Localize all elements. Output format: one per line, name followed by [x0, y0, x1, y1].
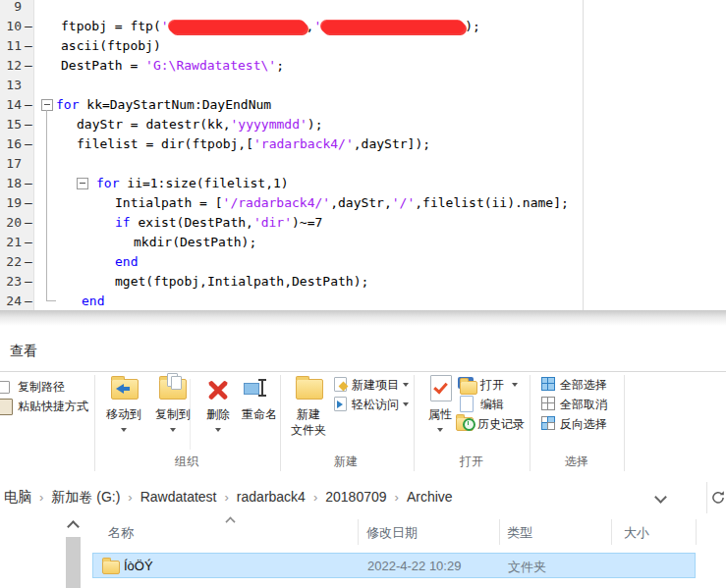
dropdown-arrow-icon	[437, 428, 443, 432]
dropdown-arrow-icon	[403, 402, 409, 406]
group-separator	[530, 375, 531, 471]
code-text: end	[115, 252, 138, 272]
column-header[interactable]: 修改日期	[366, 524, 418, 542]
column-header[interactable]: 名称	[108, 524, 134, 542]
scrollbar-thumb[interactable]	[66, 537, 81, 588]
code-fold-end-tick	[46, 300, 56, 301]
dropdown-arrow-icon	[215, 428, 221, 432]
nav-pane-scrollbar[interactable]	[65, 517, 82, 588]
file-list: 名称修改日期类型大小 ÍòÖÝ 2022-4-22 10:29 文件夹	[0, 515, 726, 588]
code-line: 19–Intialpath = ['/radarback4/',dayStr,'…	[0, 193, 726, 213]
line-number: 10	[0, 17, 22, 36]
line-number: 22	[0, 252, 22, 272]
column-header[interactable]: 类型	[507, 524, 532, 542]
editor-margin-guide	[583, 0, 584, 310]
paste-shortcut-icon	[0, 399, 13, 415]
dropdown-arrow-icon	[512, 383, 518, 387]
executable-line-dash[interactable]: –	[25, 233, 32, 252]
code-line: 17	[0, 154, 726, 174]
breadcrumb-chevron-icon[interactable]: ›	[313, 490, 317, 505]
code-text: mkdir(DestPath);	[134, 233, 256, 252]
executable-line-dash[interactable]: –	[25, 17, 32, 36]
code-text: filelist = dir(ftpobj,['radarback4/',day…	[77, 134, 430, 154]
tab-view[interactable]: 查看	[10, 343, 37, 360]
refresh-icon[interactable]	[710, 490, 726, 509]
file-row-selected[interactable]: ÍòÖÝ 2022-4-22 10:29 文件夹	[92, 553, 696, 578]
scroll-up-icon[interactable]	[67, 520, 80, 533]
fold-toggle[interactable]	[77, 178, 88, 189]
code-text: end	[82, 292, 104, 311]
line-number: 14	[0, 95, 22, 115]
line-number: 11	[0, 36, 22, 56]
code-line: 16–filelist = dir(ftpobj,['radarback4/',…	[0, 134, 726, 154]
executable-line-dash[interactable]: –	[25, 36, 32, 56]
breadcrumb-item[interactable]: Archive	[407, 489, 453, 505]
executable-line-dash[interactable]: –	[25, 95, 32, 115]
select-none-icon	[541, 397, 555, 410]
breadcrumb: 电脑›新加卷 (G:)›Rawdatatest›radarback4›20180…	[2, 489, 455, 507]
new-folder-icon	[296, 379, 323, 400]
address-bar: 电脑›新加卷 (G:)›Rawdatatest›radarback4›20180…	[0, 480, 726, 516]
group-separator	[414, 375, 415, 471]
code-text: ftpobj = ftp(',');	[61, 17, 480, 36]
file-date-modified: 2022-4-22 10:29	[367, 559, 461, 573]
matlab-editor: 910–ftpobj = ftp(',');11–ascii(ftpobj)12…	[0, 0, 726, 326]
column-separator[interactable]	[696, 519, 697, 545]
code-line: 20–if exist(DestPath,'dir')~=7	[0, 213, 726, 233]
line-number: 13	[0, 76, 22, 95]
breadcrumb-chevron-icon[interactable]: ›	[128, 490, 132, 505]
code-line: 11–ascii(ftpobj)	[0, 36, 726, 56]
code-line: 18–for ii=1:size(filelist,1)	[0, 174, 726, 193]
column-separator[interactable]	[611, 519, 612, 545]
executable-line-dash[interactable]: –	[25, 272, 32, 292]
breadcrumb-item[interactable]: 电脑	[4, 489, 31, 505]
code-line: 21–mkdir(DestPath);	[0, 233, 726, 252]
folder-icon	[102, 561, 120, 574]
executable-line-dash[interactable]: –	[25, 292, 32, 311]
screenshot-root: 910–ftpobj = ftp(',');11–ascii(ftpobj)12…	[0, 0, 726, 588]
code-text: Intialpath = ['/radarback4/',dayStr,'/',…	[115, 193, 569, 213]
code-line: 15–dayStr = datestr(kk,'yyyymmdd');	[0, 115, 726, 134]
fold-toggle[interactable]	[41, 99, 53, 111]
executable-line-dash[interactable]: –	[25, 115, 32, 134]
file-type: 文件夹	[508, 559, 546, 576]
dropdown-arrow-icon	[121, 428, 127, 432]
copy-path-icon	[0, 381, 10, 394]
copy-path-button[interactable]: 复制路径	[18, 379, 65, 396]
code-text: ascii(ftpobj)	[61, 36, 161, 56]
breadcrumb-item[interactable]: 20180709	[325, 489, 386, 505]
line-number: 12	[0, 56, 22, 76]
executable-line-dash[interactable]: –	[25, 252, 32, 272]
breadcrumb-item[interactable]: 新加卷 (G:)	[51, 489, 120, 505]
code-line: 13	[0, 76, 726, 95]
group-separator	[94, 375, 95, 471]
breadcrumb-chevron-icon[interactable]: ›	[39, 490, 43, 505]
paste-shortcut-button[interactable]: 粘贴快捷方式	[18, 399, 88, 415]
code-line: 12–DestPath = 'G:\Rawdatatest\';	[0, 56, 726, 76]
breadcrumb-item[interactable]: Rawdatatest	[140, 489, 217, 505]
group-label-organize: 组织	[152, 454, 221, 470]
address-separator	[706, 482, 707, 513]
code-line: 24–end	[0, 292, 726, 311]
executable-line-dash[interactable]: –	[25, 134, 32, 154]
breadcrumb-chevron-icon[interactable]: ›	[225, 490, 229, 505]
breadcrumb-item[interactable]: radarback4	[237, 489, 306, 505]
executable-line-dash[interactable]: –	[25, 213, 32, 233]
code-text: DestPath = 'G:\Rawdatatest\';	[61, 56, 284, 76]
executable-line-dash[interactable]: –	[25, 174, 32, 193]
editor-bottom-cutoff	[0, 310, 726, 326]
group-label-new: 新建	[311, 454, 380, 470]
column-separator[interactable]	[358, 519, 359, 545]
column-separator[interactable]	[499, 519, 500, 545]
address-dropdown-icon[interactable]	[654, 491, 667, 504]
column-header[interactable]: 大小	[624, 524, 649, 542]
line-number: 20	[0, 213, 22, 233]
executable-line-dash[interactable]: –	[25, 56, 32, 76]
line-number: 23	[0, 272, 22, 292]
code-line: 23–mget(ftpobj,Intialpath,DestPath);	[0, 272, 726, 292]
dropdown-arrow-icon	[170, 428, 176, 432]
executable-line-dash[interactable]: –	[25, 193, 32, 213]
explorer-ribbon: 查看 复制路径 粘贴快捷方式 移动到 复制到	[0, 334, 726, 481]
breadcrumb-chevron-icon[interactable]: ›	[395, 490, 399, 505]
code-area[interactable]: 910–ftpobj = ftp(',');11–ascii(ftpobj)12…	[0, 0, 726, 312]
